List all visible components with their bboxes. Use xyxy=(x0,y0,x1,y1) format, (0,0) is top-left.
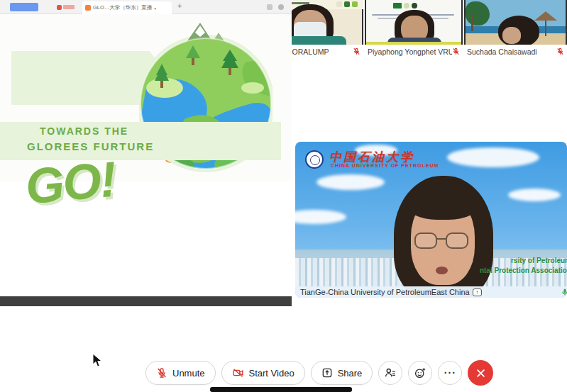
shared-screen-browser: GLO…大学（华东）直播 ▾ + GO! xyxy=(0,0,292,181)
speaker-name-text: TianGe-China University of PetroleumEast… xyxy=(300,288,470,296)
close-icon xyxy=(475,368,486,379)
slide-tagline-2: GLOREES FURTURE xyxy=(27,140,154,152)
more-options-button[interactable]: ··· xyxy=(438,361,462,385)
reactions-button[interactable] xyxy=(408,361,432,385)
speaker-mouth xyxy=(436,267,448,274)
mic-muted-icon xyxy=(156,367,167,379)
speaker-bangs xyxy=(406,183,480,220)
favicon xyxy=(85,5,91,11)
slide-tagline-1: TOWARDS THE xyxy=(40,125,128,137)
new-tab-button[interactable]: + xyxy=(177,1,182,10)
overlay-text-1: rsity of Petroleum xyxy=(511,257,567,264)
palm-tree xyxy=(466,1,490,26)
participants-button[interactable] xyxy=(378,361,402,385)
meeting-controls-toolbar: Unmute Start Video Share ··· xyxy=(145,360,493,386)
unmute-button[interactable]: Unmute xyxy=(145,361,216,385)
camera-off-icon xyxy=(232,367,244,379)
live-icon xyxy=(57,5,62,10)
cloud xyxy=(295,210,346,224)
more-icon: ··· xyxy=(444,367,456,379)
mic-muted-icon xyxy=(353,47,360,55)
cloud xyxy=(508,189,561,201)
browser-active-tab[interactable]: GLO…大学（华东）直播 ▾ xyxy=(82,1,172,14)
browser-window-control[interactable] xyxy=(278,4,284,10)
leave-meeting-button[interactable] xyxy=(468,360,493,386)
active-speaker-video[interactable]: 中国石油大学 CHINA UNIVERSITY OF PETROLEUM rsi… xyxy=(295,142,567,298)
share-icon xyxy=(321,367,333,379)
unmute-label: Unmute xyxy=(172,368,205,379)
home-indicator-bar[interactable] xyxy=(210,387,352,392)
webex-app-window: 15:09 Sat 22 Jan ··· 41% Webex∨|Applicat… xyxy=(0,0,567,392)
start-video-button[interactable]: Start Video xyxy=(221,361,305,385)
participants-icon xyxy=(384,366,397,379)
participant-tile[interactable]: Piyaphong Yongphet VRU xyxy=(365,0,463,58)
participant-name: Suchada Chaisawadi xyxy=(464,47,556,56)
participant-name: Piyaphong Yongphet VRU xyxy=(365,47,452,56)
tab-title: GLO…大学（华东）直播 xyxy=(93,4,152,11)
browser-blue-button[interactable] xyxy=(10,3,38,11)
overlay-text-2: ntal Protection Association xyxy=(480,267,567,274)
glasses xyxy=(414,233,437,249)
university-seal-icon xyxy=(305,150,324,169)
start-video-label: Start Video xyxy=(249,368,294,379)
participant-tile[interactable]: Suchada Chaisawadi xyxy=(464,0,567,58)
mic-muted-icon xyxy=(556,47,564,55)
glasses-bridge xyxy=(437,238,446,240)
live-badge[interactable] xyxy=(57,4,78,11)
upload-arrow-icon: ↑ xyxy=(473,289,482,296)
beach-umbrella xyxy=(534,11,557,21)
smiley-plus-icon xyxy=(414,366,426,379)
mic-active-icon xyxy=(561,288,567,296)
mouse-cursor xyxy=(92,353,103,368)
tab-chevron-icon: ▾ xyxy=(154,6,156,11)
mic-muted-icon xyxy=(452,47,460,55)
browser-tab-bar: GLO…大学（华东）直播 ▾ + xyxy=(0,0,292,14)
share-button[interactable]: Share xyxy=(311,361,373,385)
glasses xyxy=(446,233,468,249)
speaker-name-label: TianGe-China University of PetroleumEast… xyxy=(295,286,567,298)
shared-screen-taskbar xyxy=(0,296,292,306)
browser-window-control[interactable] xyxy=(267,4,273,10)
cloud xyxy=(316,174,385,190)
share-label: Share xyxy=(338,368,363,379)
slide-headline: GO! xyxy=(23,151,118,215)
university-logo-en: CHINA UNIVERSITY OF PETROLEUM xyxy=(331,163,439,168)
cloud xyxy=(447,147,539,167)
